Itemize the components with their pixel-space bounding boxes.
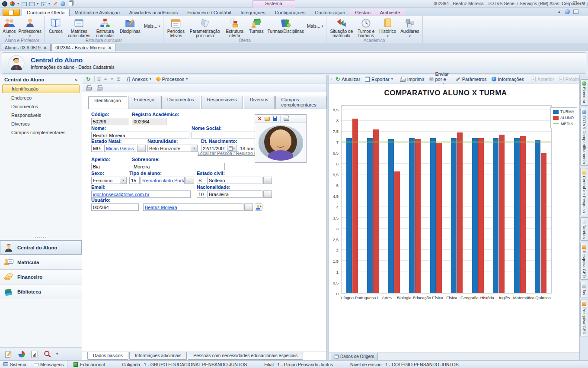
report-document-icon[interactable]: [30, 350, 39, 358]
dock-tab-totvs-compartilhamento[interactable]: TOTVS Compartilhamento: [580, 108, 588, 166]
close-icon[interactable]: ✕: [43, 45, 47, 50]
photo-save-icon[interactable]: [273, 116, 277, 121]
ribbon-button-mais-estrutura[interactable]: Mais... ▾: [143, 23, 162, 29]
dock-tab-pesquisa-ged-1[interactable]: Pesquisa GED: [580, 243, 588, 280]
atualizar-button[interactable]: ↻Atualizar: [334, 76, 361, 82]
estado-civil-lookup-button[interactable]: ...: [263, 177, 272, 184]
ribbon-button-periodos-letivos[interactable]: Períodos letivos: [165, 17, 187, 39]
ribbon-tab-gestao[interactable]: Gestão: [350, 9, 375, 16]
window-button[interactable]: [29, 1, 35, 6]
nav-button-central-do-aluno[interactable]: Central do Aluno: [0, 240, 82, 255]
email-link-field[interactable]: igor.fonseca@totvs.com.br: [91, 190, 191, 198]
bottom-tab-necessidades-especiais[interactable]: Pessoas com necessidades educacionais es…: [188, 352, 303, 360]
collapse-ribbon-icon[interactable]: ▲: [557, 10, 561, 14]
photo-open-folder-icon[interactable]: [265, 117, 270, 121]
nacionalidade-lookup-button[interactable]: ...: [263, 190, 272, 198]
anexos-button[interactable]: Anexos ▾: [126, 76, 153, 82]
close-button[interactable]: ✕: [582, 0, 585, 6]
print-button[interactable]: [85, 85, 93, 91]
ribbon-button-turnos-horarios[interactable]: Turnos e horários: [355, 17, 377, 39]
sidebar-item-responsaveis[interactable]: Responsáveis: [0, 111, 82, 119]
chevron-down-icon[interactable]: ▾: [48, 2, 50, 6]
processos-button[interactable]: Processos ▾: [155, 76, 189, 82]
ribbon-button-disciplinas[interactable]: Disciplinas: [118, 17, 143, 34]
parametros-button[interactable]: Parâmetros: [454, 76, 488, 82]
nome-social-field[interactable]: [192, 132, 257, 139]
informacoes-button[interactable]: iInformações: [490, 76, 526, 82]
sexo-select[interactable]: Feminino ▾: [91, 177, 127, 184]
user-refresh-icon[interactable]: [255, 203, 262, 211]
form-tab-diversos[interactable]: Diversos: [244, 96, 275, 109]
ribbon-button-cursos[interactable]: Cursos: [46, 17, 66, 34]
registro-academico-field[interactable]: [132, 118, 166, 125]
naturalidade-select[interactable]: Belo Horizonte ▾: [147, 145, 198, 152]
estado-natal-uf-field[interactable]: [91, 145, 103, 152]
ribbon-button-auxiliares[interactable]: Auxiliares ▾: [399, 17, 421, 39]
usuario-nome-link[interactable]: Beatriz Moreira: [143, 203, 243, 211]
sidebar-item-campos-complementares[interactable]: Campos complementares: [0, 129, 82, 136]
sobrenome-field[interactable]: [132, 163, 225, 170]
exportar-button[interactable]: Exportar▾: [364, 76, 394, 82]
form-tab-documentos[interactable]: Documentos: [161, 96, 200, 109]
ribbon-tab-financeiro-contabil[interactable]: Financeiro / Contábil: [182, 9, 236, 16]
estado-natal-lookup-button[interactable]: ...: [137, 145, 146, 152]
nacionalidade-field[interactable]: [207, 190, 262, 198]
ribbon-button-estrutura-curricular[interactable]: Estrutura curricular: [93, 17, 118, 39]
dock-tab-executar[interactable]: Executar: [580, 79, 588, 106]
bottom-tab-dados-basicos[interactable]: Dados básicos: [87, 352, 128, 360]
form-tab-identificacao[interactable]: Identificação: [88, 96, 127, 109]
statusbar-mensagens-button[interactable]: Mensagens: [30, 361, 67, 368]
ribbon-button-professores[interactable]: Professores ▾: [17, 17, 43, 39]
ribbon-tab-curriculo-oferta[interactable]: Currículo e Oferta: [22, 9, 70, 16]
estado-natal-link[interactable]: Minas Gerais: [104, 145, 136, 152]
minimize-button[interactable]: –: [566, 0, 569, 6]
ribbon-button-matrizes-curriculares[interactable]: Matrizes curriculares: [66, 17, 93, 39]
workspace-icon[interactable]: [573, 10, 578, 14]
estado-civil-cod-field[interactable]: [197, 177, 206, 184]
usuario-field[interactable]: [91, 203, 139, 211]
ribbon-button-estrutura-oferta[interactable]: Estrutura oferta: [223, 17, 247, 39]
dock-tab-fas[interactable]: fas: [580, 282, 588, 297]
nav-button-biblioteca[interactable]: Biblioteca: [0, 284, 82, 299]
ribbon-button-turmas-disciplinas[interactable]: Turmas/Disciplinas: [266, 17, 306, 34]
photo-print-icon[interactable]: [284, 117, 289, 121]
dock-tab-pesquisa-ged-2[interactable]: Pesquisa GED: [580, 300, 588, 336]
ribbon-button-mais-oferta[interactable]: Mais... ▾: [306, 23, 325, 29]
first-record-button[interactable]: [97, 77, 101, 81]
estado-civil-field[interactable]: [207, 177, 262, 184]
codigo-field[interactable]: [91, 118, 129, 125]
sidebar-grip[interactable]: ••••••: [0, 236, 82, 240]
ribbon-button-parametrizacao-por-curso[interactable]: Parametrização por curso: [187, 17, 223, 39]
form-tab-responsaveis[interactable]: Responsáveis: [201, 96, 243, 109]
totvs-logo-icon[interactable]: [2, 1, 7, 6]
nacionalidade-cod-field[interactable]: [197, 190, 206, 198]
chevron-down-icon[interactable]: ▾: [56, 352, 58, 356]
imprimir-button[interactable]: Imprimir: [399, 76, 426, 82]
new-window-button[interactable]: [21, 1, 27, 6]
refresh-button[interactable]: ↻: [85, 76, 92, 82]
anterior-button[interactable]: ◂Anterior: [530, 76, 556, 82]
dock-tab-tarefas[interactable]: Tarefas: [580, 217, 588, 241]
toolbar-grip[interactable]: ⁞: [331, 77, 332, 81]
sidebar-item-endereco[interactable]: Endereço: [0, 94, 82, 102]
chevron-down-icon[interactable]: ▾: [37, 2, 38, 6]
dados-de-origem-tab[interactable]: Dados de Origem: [331, 353, 378, 360]
document-tab-beatriz[interactable]: 002364 - Beatriz Moreira ✕: [51, 44, 115, 51]
ribbon-tab-matricula-avaliacao[interactable]: Matrícula e Avaliação: [70, 9, 124, 16]
ribbon-tab-integracoes[interactable]: Integrações: [236, 9, 270, 16]
nav-button-matricula[interactable]: Matrícula: [0, 255, 82, 269]
ribbon-button-historico[interactable]: Histórico ▾: [377, 17, 399, 39]
ribbon-button-situacao-matricula[interactable]: Situação de matrícula: [328, 17, 355, 39]
photo-delete-icon[interactable]: ✕: [258, 116, 262, 122]
copy-button[interactable]: [68, 1, 74, 6]
form-tab-campos-complementares[interactable]: Campos complementares: [275, 96, 326, 109]
apelido-field[interactable]: [91, 163, 129, 170]
tipo-aluno-lookup-button[interactable]: ...: [185, 177, 194, 184]
print-preview-button[interactable]: [96, 85, 104, 91]
last-record-button[interactable]: [117, 77, 120, 81]
dock-tab-central-de-pesquisa[interactable]: Central de Pesquisa: [580, 168, 588, 215]
charts-icon[interactable]: [17, 350, 26, 358]
maximize-button[interactable]: ❐: [573, 0, 577, 6]
nav-button-financeiro[interactable]: Financeiro: [0, 269, 82, 284]
sidebar-item-documentos[interactable]: Documentos: [0, 103, 82, 110]
